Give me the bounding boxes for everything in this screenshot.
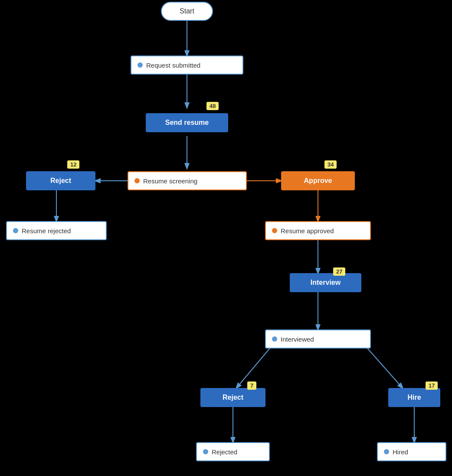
resume-rejected-node: Resume rejected	[6, 221, 107, 240]
hire-node: Hire	[388, 388, 440, 407]
badge-send-resume: 48	[206, 102, 219, 110]
send-resume-node: Send resume	[146, 113, 228, 132]
start-node: Start	[161, 2, 213, 21]
rejected-node: Rejected	[196, 442, 270, 461]
reject-1-node: Reject	[26, 171, 95, 190]
resume-screening-node: Resume screening	[128, 171, 247, 190]
hired-node: Hired	[377, 442, 446, 461]
badge-interview: 27	[333, 267, 345, 276]
badge-hire: 17	[426, 381, 438, 390]
dot-blue-icon-4	[203, 449, 208, 454]
badge-reject-1: 12	[67, 160, 79, 169]
dot-orange-icon	[134, 178, 140, 183]
diagram: Start Request submitted 48 Send resume 1…	[0, 0, 452, 476]
interviewed-node: Interviewed	[265, 329, 371, 349]
badge-reject-2: 7	[247, 381, 256, 390]
badge-approve: 34	[324, 160, 337, 169]
resume-approved-node: Resume approved	[265, 221, 371, 240]
dot-blue-icon	[138, 62, 143, 68]
interview-node: Interview	[290, 273, 361, 292]
dot-orange-icon-2	[272, 228, 277, 233]
reject-2-node: Reject	[200, 388, 265, 407]
approve-node: Approve	[281, 171, 355, 190]
dot-blue-icon-3	[272, 336, 277, 342]
request-submitted-node: Request submitted	[131, 55, 243, 75]
dot-blue-icon-2	[13, 228, 18, 233]
dot-blue-icon-5	[384, 449, 389, 454]
